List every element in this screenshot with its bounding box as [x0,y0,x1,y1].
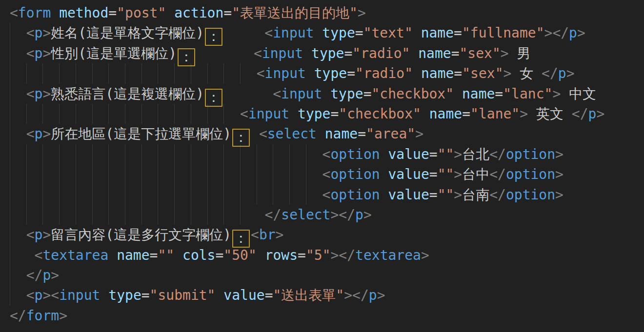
tag-name-token: select [281,207,330,223]
text-token: = [298,247,306,263]
text-token [10,166,322,182]
punctuation-token: > [555,146,564,162]
tag-name-token: input [281,86,322,102]
code-line-3: <p>性別(這是單選欄位)： <input type="radio" name=… [10,43,644,63]
punctuation-token: > [358,5,366,21]
attribute-name-token: value [223,287,264,303]
code-line-12: <p>留言內容(這是多行文字欄位)：<br> [10,225,644,245]
tag-name-token: input [262,45,303,61]
text-token [380,187,388,203]
text-token: 台中 [462,166,489,182]
text-token: = [223,5,232,21]
tag-name-token: option [506,146,555,162]
tag-name-token: p [588,106,597,122]
punctuation-token: > [363,207,372,223]
punctuation-token: < [26,126,35,142]
text-token [166,5,174,21]
punctuation-token: > [421,247,429,263]
text-token: = [429,146,438,162]
text-token: = [454,25,462,41]
tag-name-token: option [330,146,380,162]
punctuation-token: > [42,25,51,41]
code-line-13: <textarea name="" cols="50" rows="5"></t… [10,245,644,265]
text-token: = [141,287,150,303]
attribute-name-token: value [388,166,429,182]
punctuation-token: > [501,45,509,61]
punctuation-token: < [10,5,18,21]
code-line-1: <form method="post" action="表單送出的目的地"> [10,3,644,23]
punctuation-token: </ [572,106,588,122]
string-token: "送出表單" [273,287,344,303]
punctuation-token: > [596,106,604,122]
text-token: = [495,86,503,102]
attribute-name-token: cols [182,247,215,263]
punctuation-token: > [415,126,423,142]
tag-name-token: p [35,287,43,303]
text-token: = [347,65,355,81]
punctuation-token: > [51,267,59,283]
text-token [380,166,388,182]
string-token: "radio" [355,65,413,81]
tag-name-token: br [259,227,276,243]
text-token: = [454,65,462,81]
text-token [10,207,265,223]
text-token [51,5,59,21]
text-token [322,86,330,102]
punctuation-token: < [254,45,262,61]
punctuation-token: > [544,25,553,41]
punctuation-token: < [35,247,43,263]
text-token [10,187,322,203]
tag-name-token: input [265,65,306,81]
text-token [10,227,26,243]
code-line-9: <option value="">台中</option> [10,164,644,184]
text-token [223,25,264,41]
string-token: "area" [366,126,415,142]
punctuation-token: </ [26,267,43,283]
text-token: 性別(這是單選欄位) [51,45,177,61]
text-token: = [150,247,158,263]
punctuation-token: > [520,106,528,122]
unicode-highlight-box: ： [205,28,222,46]
attribute-name-token: name [429,106,462,122]
punctuation-token: > [42,86,51,102]
punctuation-token: < [322,146,331,162]
code-line-11: </select></p> [10,205,644,225]
punctuation-token: < [257,65,265,81]
punctuation-token: </ [265,207,282,223]
attribute-name-token: type [298,106,330,122]
text-token [215,287,223,303]
unicode-highlight-box: ： [178,48,195,66]
tag-name-token: p [355,207,363,223]
punctuation-token: < [264,25,273,41]
text-token [289,106,298,122]
text-token [454,86,462,102]
text-token: 所在地區(這是下拉選單欄位) [51,126,231,142]
text-token: = [462,106,470,122]
code-editor[interactable]: <form method="post" action="表單送出的目的地"> <… [0,0,644,332]
text-token [380,146,388,162]
code-line-7: <p>所在地區(這是下拉選單欄位)： <select name="area"> [10,124,644,144]
text-token [303,45,311,61]
text-token [10,287,26,303]
text-token: = [358,126,366,142]
text-token [410,45,418,61]
tag-name-token: option [330,166,380,182]
attribute-name-token: name [117,247,149,263]
attribute-name-token: action [174,5,223,21]
punctuation-token: > [566,65,575,81]
code-line-14: </p> [10,265,644,285]
attribute-name-token: name [418,45,451,61]
text-token: = [265,287,273,303]
code-line-5: <p>熟悉語言(這是複選欄位)： <input type="checkbox" … [10,84,644,104]
unicode-highlight-box: ： [232,230,250,248]
text-token [10,126,26,142]
text-token: = [429,166,438,182]
punctuation-token: > [42,45,51,61]
tag-name-token: p [35,25,43,41]
string-token: "" [438,187,454,203]
text-token [10,25,26,41]
text-token [413,25,421,41]
text-token [10,45,26,61]
text-token: = [108,5,117,21]
unicode-highlight-box: ： [232,129,250,147]
